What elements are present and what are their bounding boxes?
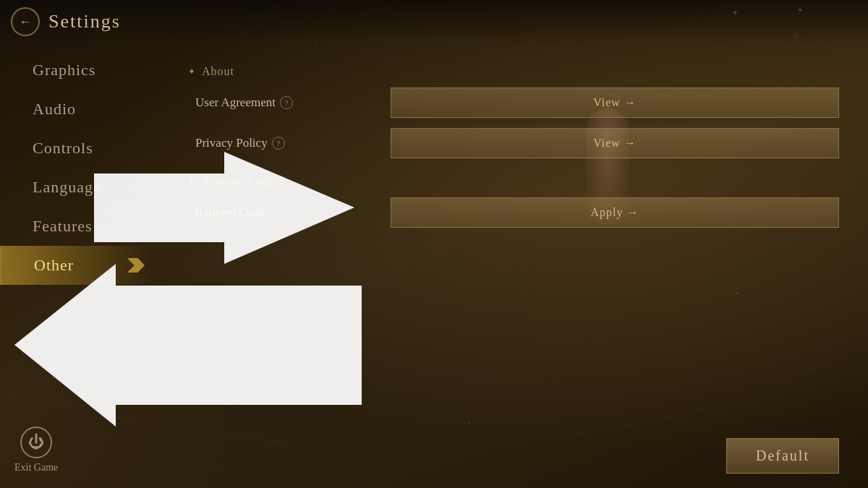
privacy-policy-view-button[interactable]: View → — [391, 128, 839, 158]
sidebar-item-other[interactable]: Other — [0, 246, 152, 285]
redeem-header-label: Redeem Code — [202, 175, 275, 188]
sidebar: Graphics Audio Controls Language Feature… — [0, 0, 152, 488]
sidebar-item-controls[interactable]: Controls — [0, 129, 152, 168]
redeem-code-row: Redeem Code Apply → — [188, 195, 839, 230]
exit-label: Exit Game — [14, 462, 58, 474]
privacy-policy-row: Privacy Policy ? View → — [188, 126, 839, 160]
about-section-header: About — [188, 65, 839, 78]
redeem-code-apply-button[interactable]: Apply → — [391, 197, 839, 228]
redeem-code-control: Apply → — [391, 197, 839, 228]
user-agreement-help-icon[interactable]: ? — [280, 96, 293, 109]
redeem-section-header: Redeem Code — [188, 175, 839, 188]
privacy-policy-label: Privacy Policy ? — [188, 136, 391, 150]
star-deco: · — [736, 289, 739, 297]
privacy-policy-control: View → — [391, 128, 839, 158]
user-agreement-view-button[interactable]: View → — [391, 87, 839, 118]
user-agreement-label: User Agreement ? — [188, 95, 391, 110]
redeem-code-label: Redeem Code — [188, 205, 391, 220]
exit-game-button[interactable]: ⏻ Exit Game — [14, 427, 58, 474]
sidebar-item-audio[interactable]: Audio — [0, 90, 152, 129]
sidebar-item-language[interactable]: Language — [0, 168, 152, 207]
main-content: About User Agreement ? View → Privacy Po… — [188, 51, 839, 236]
user-agreement-row: User Agreement ? View → — [188, 85, 839, 120]
exit-icon: ⏻ — [20, 427, 52, 458]
user-agreement-control: View → — [391, 87, 839, 118]
sidebar-item-features[interactable]: Features — [0, 207, 152, 246]
privacy-policy-help-icon[interactable]: ? — [272, 137, 285, 150]
about-header-label: About — [202, 65, 234, 78]
default-button[interactable]: Default — [726, 438, 839, 474]
sidebar-item-graphics[interactable]: Graphics — [0, 51, 152, 90]
star-deco: · — [469, 419, 471, 427]
